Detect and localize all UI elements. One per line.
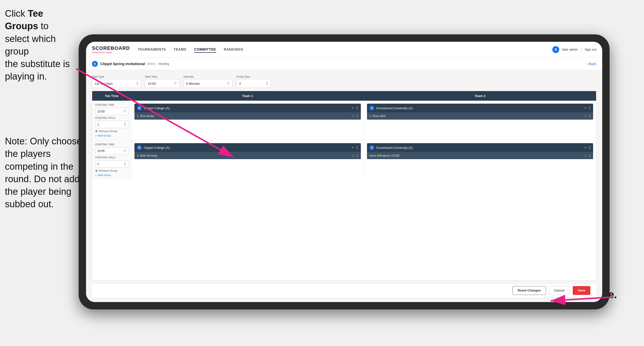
team-group: B Clippd College (A) ✕ ▲▼ 2. Blair McHar… [134, 143, 361, 159]
grid-body: STARTING TIME: 10:00 ⏱ STARTING HOLE: 1 … [92, 101, 596, 280]
sub-header: B Clippd Spring Invitational (Men) Hosti… [86, 57, 602, 70]
nav-user: blair admin [562, 48, 578, 51]
group-size-field: Group Size 2 ▲▼ [236, 75, 271, 88]
intervals-clock-icon: ⏱ [227, 82, 230, 85]
team-group-header: S Scoreboard University (A) ✕ ▲▼ [367, 104, 593, 112]
sign-out-link[interactable]: Sign out [584, 48, 596, 51]
starting-time-input-2[interactable]: 10:05 ⏱ [95, 147, 128, 155]
team-group: B Clippd College (A) ✕ ▲▼ 1. Rich Butler [134, 104, 361, 120]
team-icon: B [137, 145, 142, 150]
navbar: SCOREBOARD Powered by clippd TOURNAMENTS… [86, 42, 602, 57]
starting-time-label-1: STARTING TIME: [95, 104, 128, 106]
start-type-input[interactable]: 1st Tee Start ▲▼ [92, 79, 141, 88]
remove-group-btn-1[interactable]: 🗑Remove Group [95, 130, 128, 133]
starting-time-label-2: STARTING TIME: [95, 143, 128, 146]
reset-changes-button[interactable]: Reset Changes [512, 286, 546, 295]
team-group: S Scoreboard University (A) ✕ ▲▼ 1. Rees… [367, 104, 593, 120]
group-size-arrows: ▲▼ [266, 81, 268, 86]
starting-hole-label-2: STARTING HOLE: [95, 156, 128, 159]
footer: Reset Changes Cancel Save [92, 283, 596, 297]
team-group-name[interactable]: Scoreboard University (A) [376, 106, 582, 110]
player-actions: ✕ ▲▼ [352, 114, 358, 118]
team-group-name[interactable]: Clippd College (A) [144, 146, 350, 150]
player-close-icon[interactable]: ✕ [352, 115, 354, 118]
player-actions: ✕ ▲▼ [352, 154, 358, 158]
group-close-icon[interactable]: ✕ [584, 106, 586, 110]
nav-teams[interactable]: TEAMS [174, 46, 186, 53]
tablet-frame: SCOREBOARD Powered by clippd TOURNAMENTS… [79, 34, 610, 310]
team-group-header: B Clippd College (A) ✕ ▲▼ [134, 143, 361, 152]
player-arrows: ▲▼ [589, 114, 591, 118]
col-team1: Team 1 [132, 91, 364, 101]
group-close-icon[interactable]: ✕ [584, 146, 586, 149]
team-icon: S [370, 145, 374, 150]
col-team2: Team 2 [364, 91, 596, 101]
player-close-icon[interactable]: ✕ [352, 154, 354, 157]
team-group-name[interactable]: Scoreboard University (A) [376, 146, 582, 150]
starting-hole-label-1: STARTING HOLE: [95, 117, 128, 119]
team-icon: B [137, 106, 142, 110]
team-group-actions: ✕ ▲▼ [584, 106, 591, 110]
player-arrows: ▲▼ [356, 114, 358, 118]
start-type-label: Start Type [92, 75, 141, 78]
add-group-btn-1[interactable]: +Add Group [95, 134, 128, 137]
nav-rankings[interactable]: RANKINGS [224, 46, 243, 53]
team-group: S Scoreboard University (A) ✕ ▲▼ Dave Bi… [367, 143, 593, 159]
group-close-icon[interactable]: ✕ [352, 106, 354, 110]
sub-header-badge: (Men) [147, 62, 155, 65]
start-type-arrows: ▲▼ [136, 81, 138, 86]
nav-right: B blair admin | Sign out [552, 46, 596, 53]
nav-tournaments[interactable]: TOURNAMENTS [138, 46, 166, 53]
config-row: Start Type 1st Tee Start ▲▼ Start Time 1… [92, 75, 596, 88]
remove-group-btn-2[interactable]: 🗑Remove Group [95, 169, 128, 172]
cancel-button[interactable]: Cancel [549, 286, 570, 295]
player-close-icon[interactable]: ✕ [584, 154, 587, 157]
start-time-input[interactable]: 10:00 ⏱ [145, 79, 180, 88]
group-close-icon[interactable]: ✕ [352, 146, 354, 149]
tee-cell-1: STARTING TIME: 10:00 ⏱ STARTING HOLE: 1 … [92, 101, 132, 140]
add-group-btn-2[interactable]: +Add Group [95, 174, 128, 177]
save-button[interactable]: Save [573, 286, 590, 295]
start-time-field: Start Time 10:00 ⏱ [145, 75, 180, 88]
time-icon-1: ⏱ [123, 110, 126, 113]
hole-arrows-1: ▲▼ [124, 122, 126, 127]
time-icon-2: ⏱ [123, 149, 126, 153]
sub-header-title: Clippd Spring Invitational [100, 62, 145, 66]
col-tee-time: Tee Time [92, 91, 132, 101]
nav-committee[interactable]: COMMITTEE [194, 46, 216, 53]
group-size-input[interactable]: 2 ▲▼ [236, 79, 271, 88]
group-arrows: ▲▼ [588, 145, 591, 150]
start-time-label: Start Time [145, 75, 180, 78]
note-label: Note: Only choose the players competing … [5, 136, 82, 209]
player-close-icon[interactable]: ✕ [584, 115, 587, 118]
starting-hole-input-2[interactable]: 1 ▲▼ [95, 160, 128, 168]
sub-header-hosting: Hosting [158, 62, 169, 65]
intervals-input[interactable]: 5 Minutes ⏱ [183, 79, 232, 88]
player-row: 2. Blair McHarg ✕ ▲▼ [134, 152, 361, 159]
starting-time-input-1[interactable]: 10:00 ⏱ [95, 108, 128, 115]
group-arrows: ▲▼ [588, 106, 591, 110]
tee-cell-2: STARTING TIME: 10:05 ⏱ STARTING HOLE: 1 … [92, 140, 132, 180]
team2-cell-2: S Scoreboard University (A) ✕ ▲▼ Dave Bi… [364, 140, 596, 180]
team1-cell-2: B Clippd College (A) ✕ ▲▼ 2. Blair McHar… [132, 140, 364, 180]
logo-scoreboard: SCOREBOARD [92, 45, 130, 51]
player-name: 1. Rees Britt [370, 114, 583, 118]
intervals-label: Intervals [183, 75, 232, 78]
player-arrows: ▲▼ [356, 154, 358, 158]
team-group-actions: ✕ ▲▼ [352, 106, 358, 110]
note-text: Note: Only choose the players competing … [0, 135, 88, 211]
group-arrows: ▲▼ [356, 145, 358, 150]
team-group-name[interactable]: Clippd College (A) [144, 106, 350, 110]
back-button[interactable]: ‹ Back [586, 62, 596, 66]
start-type-field: Start Type 1st Tee Start ▲▼ [92, 75, 141, 88]
logo-area: SCOREBOARD Powered by clippd [92, 45, 130, 54]
team2-cell-1: S Scoreboard University (A) ✕ ▲▼ 1. Rees… [364, 101, 596, 140]
group-size-label: Group Size [236, 75, 271, 78]
player-actions: ✕ ▲▼ [584, 154, 591, 158]
player-arrows: ▲▼ [589, 154, 591, 158]
starting-hole-input-1[interactable]: 1 ▲▼ [95, 121, 128, 128]
instruction-line1: Click [5, 8, 28, 19]
logo-powered: Powered by clippd [92, 51, 130, 54]
player-name: 2. Blair McHarg [137, 154, 350, 157]
clock-icon: ⏱ [174, 82, 177, 85]
